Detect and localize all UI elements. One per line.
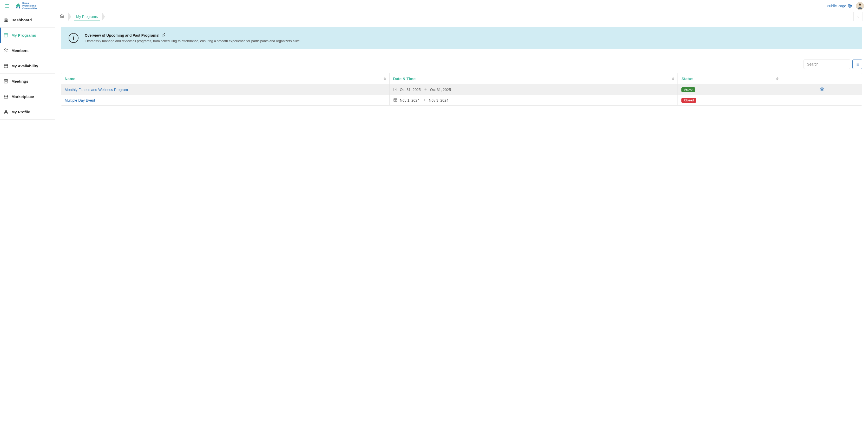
user-icon (4, 110, 8, 114)
sidebar-item-label: My Profile (11, 110, 30, 114)
calendar-alt-icon (4, 63, 8, 68)
table-row[interactable]: Monthly Fitness and Wellness ProgramOct … (61, 84, 862, 95)
svg-point-1 (19, 7, 20, 8)
avatar[interactable] (856, 2, 864, 10)
svg-marker-27 (672, 79, 674, 80)
cell-name: Monthly Fitness and Wellness Program (61, 84, 390, 95)
sidebar-item-label: Meetings (11, 79, 28, 84)
sidebar-item-meetings[interactable]: Meetings (0, 74, 55, 89)
table-toolbar (61, 60, 862, 69)
svg-rect-34 (394, 98, 397, 102)
info-title: Overview of Upcoming and Past Programs! (85, 33, 301, 37)
svg-point-0 (17, 7, 18, 8)
svg-marker-29 (776, 79, 779, 80)
breadcrumb-current[interactable]: My Programs (71, 12, 102, 21)
column-header-date[interactable]: Date & Time (390, 73, 678, 84)
svg-rect-9 (4, 64, 8, 68)
logo-text: Demo Professional Communities (22, 2, 37, 10)
start-date: Oct 31, 2025 (400, 88, 421, 92)
calendar-check-icon (393, 87, 397, 92)
column-header-status[interactable]: Status (678, 73, 782, 84)
breadcrumb: My Programs (55, 12, 105, 21)
view-icon[interactable] (820, 88, 824, 92)
sidebar-item-label: My Availability (11, 64, 38, 68)
globe-icon (848, 4, 852, 8)
program-name-link[interactable]: Multiple Day Event (65, 98, 95, 102)
sort-icon (776, 77, 779, 80)
public-page-link[interactable]: Public Page (827, 4, 852, 8)
svg-rect-30 (394, 88, 397, 91)
svg-marker-25 (383, 79, 386, 80)
external-link-icon[interactable] (162, 33, 165, 37)
arrow-right-icon (423, 88, 428, 92)
logo-icon (15, 3, 21, 9)
calendar-check-icon (393, 98, 397, 103)
svg-marker-24 (383, 77, 386, 79)
status-badge: Active (681, 87, 695, 92)
search-input[interactable] (804, 60, 850, 69)
logo[interactable]: Demo Professional Communities (15, 2, 37, 10)
status-badge: Closed (681, 98, 696, 103)
cell-name: Multiple Day Event (61, 95, 390, 105)
sort-icon (672, 77, 674, 80)
info-description: Effortlessly manage and review all progr… (85, 39, 301, 43)
sidebar: DashboardMy ProgramsMembersMy Availabili… (0, 12, 55, 441)
calendar-lines-icon (4, 79, 8, 84)
end-date: Oct 31, 2025 (430, 88, 451, 92)
home-icon (60, 14, 64, 19)
info-text: Overview of Upcoming and Past Programs! … (85, 33, 301, 43)
breadcrumb-separator (102, 12, 105, 21)
program-name-link[interactable]: Monthly Fitness and Wellness Program (65, 88, 128, 92)
info-icon: i (69, 33, 79, 43)
breadcrumb-actions (854, 12, 868, 21)
svg-marker-28 (776, 77, 779, 79)
column-header-name[interactable]: Name (61, 73, 390, 84)
sidebar-item-marketplace[interactable]: Marketplace (0, 89, 55, 104)
sidebar-item-my-availability[interactable]: My Availability (0, 58, 55, 74)
sort-icon (383, 77, 386, 80)
sidebar-item-members[interactable]: Members (0, 43, 55, 58)
breadcrumb-bar: My Programs (55, 12, 868, 21)
sidebar-item-label: Marketplace (11, 94, 34, 99)
sidebar-item-label: My Programs (11, 33, 36, 37)
calendar-icon (4, 33, 8, 37)
sidebar-item-dashboard[interactable]: Dashboard (0, 12, 55, 28)
info-banner: i Overview of Upcoming and Past Programs… (61, 27, 862, 49)
cell-actions (782, 95, 862, 105)
sidebar-item-my-profile[interactable]: My Profile (0, 104, 55, 120)
svg-rect-6 (4, 33, 8, 37)
sidebar-item-label: Members (11, 48, 29, 53)
cell-date: Oct 31, 2025Oct 31, 2025 (390, 84, 678, 95)
main-content: My Programs i Overview of Upc (55, 12, 868, 441)
svg-point-33 (822, 89, 823, 90)
svg-point-16 (5, 110, 7, 112)
programs-table: Name Date & Time (61, 73, 862, 106)
column-header-actions (782, 73, 862, 84)
cell-actions (782, 84, 862, 95)
svg-marker-26 (672, 77, 674, 79)
store-icon (4, 94, 8, 99)
end-date: Nov 3, 2024 (429, 98, 448, 102)
hamburger-menu-button[interactable] (4, 3, 10, 8)
home-icon (4, 18, 8, 22)
table-row[interactable]: Multiple Day EventNov 1, 2024Nov 3, 2024… (61, 95, 862, 105)
users-icon (4, 48, 8, 53)
cell-date: Nov 1, 2024Nov 3, 2024 (390, 95, 678, 105)
breadcrumb-home[interactable] (55, 12, 69, 21)
svg-point-5 (859, 4, 861, 5)
cell-status: Closed (678, 95, 782, 105)
content-area: i Overview of Upcoming and Past Programs… (55, 21, 868, 111)
svg-rect-13 (4, 80, 8, 83)
svg-point-8 (5, 49, 6, 50)
start-date: Nov 1, 2024 (400, 98, 420, 102)
panel-spacer (863, 12, 868, 21)
header: Demo Professional Communities Public Pag… (0, 0, 868, 12)
breadcrumb-separator (68, 12, 71, 21)
cell-status: Active (678, 84, 782, 95)
sidebar-item-label: Dashboard (11, 18, 32, 22)
svg-line-17 (163, 33, 165, 35)
collapse-panel-button[interactable] (854, 12, 863, 21)
header-right: Public Page (827, 2, 864, 10)
sidebar-item-my-programs[interactable]: My Programs (0, 28, 55, 43)
list-view-toggle-button[interactable] (852, 60, 862, 69)
